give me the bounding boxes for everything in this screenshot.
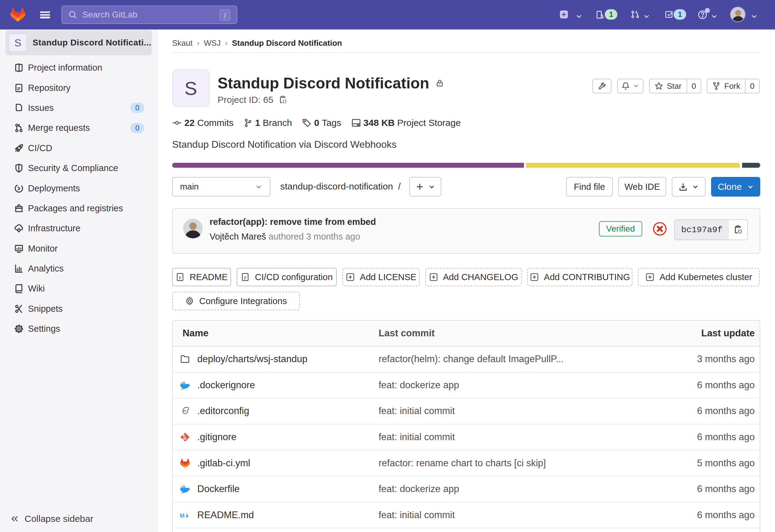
svg-text:M: M: [180, 512, 185, 518]
